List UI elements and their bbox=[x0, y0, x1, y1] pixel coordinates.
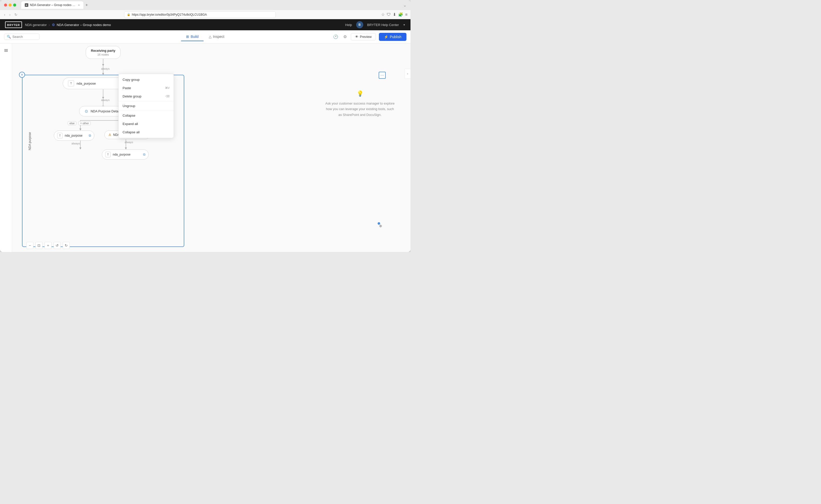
branch-labels: else = other bbox=[68, 121, 91, 125]
connector-always-2: always bbox=[101, 98, 110, 102]
group-menu-button[interactable]: ⋯ bbox=[379, 72, 386, 79]
menu-item-collapse-all[interactable]: Collapse all bbox=[118, 128, 174, 136]
user-avatar: B bbox=[356, 21, 363, 28]
menu-item-expand-all[interactable]: Expand all bbox=[118, 120, 174, 128]
nda-purpose-details-label: NDA Purpose Details bbox=[90, 109, 121, 113]
maximize-button[interactable] bbox=[13, 4, 16, 7]
group-close-button[interactable]: ✕ bbox=[19, 72, 25, 78]
canvas-svg bbox=[12, 43, 410, 252]
search-box[interactable]: 🔍 bbox=[4, 34, 39, 40]
canvas[interactable]: Receiving party 16 nodes always NDA purp… bbox=[12, 43, 410, 252]
tab-bar: B NDA Generator – Group nodes … ✕ + bbox=[21, 1, 401, 9]
history-icon[interactable]: 🕐 bbox=[332, 33, 339, 40]
address-bar[interactable]: 🔒 https://app.bryter.io/editor/0p34PyQ1T… bbox=[124, 11, 276, 18]
preview-label: Preview bbox=[360, 35, 372, 39]
menu-divider-1 bbox=[118, 101, 174, 101]
lock-icon: 🔒 bbox=[127, 13, 130, 16]
publish-label: Publish bbox=[390, 35, 401, 39]
right-panel-toggle[interactable]: › bbox=[404, 69, 410, 79]
shield-icon: 🛡 bbox=[387, 12, 391, 17]
editor-area: 🔍 ⊞ Build △ Inspect 🕐 ⚙ 👁 Preview bbox=[0, 30, 410, 252]
group-label: NDA purpose bbox=[28, 129, 32, 154]
breadcrumb: NDA generator › ⚙ NDA Generator – Group … bbox=[25, 23, 111, 27]
publish-button[interactable]: ⚡ Publish bbox=[379, 33, 406, 41]
editor-toolbar: 🔍 ⊞ Build △ Inspect 🕐 ⚙ 👁 Preview bbox=[0, 30, 410, 43]
user-dropdown-icon[interactable]: ▼ bbox=[403, 23, 405, 26]
settings-icon[interactable]: ⚙ bbox=[342, 33, 348, 40]
publish-icon: ⚡ bbox=[384, 35, 388, 39]
receiving-party-subtitle: 16 nodes bbox=[91, 53, 115, 56]
minimize-button[interactable] bbox=[9, 4, 12, 7]
nda-purpose-bottom-node[interactable]: T nda_purpose ⧉ bbox=[102, 149, 149, 160]
bookmark-icon[interactable]: ☆ bbox=[381, 12, 385, 17]
connector-always-3: always bbox=[71, 142, 80, 145]
breadcrumb-separator: › bbox=[49, 23, 50, 27]
menu-item-copy-group[interactable]: Copy group bbox=[118, 75, 174, 84]
traffic-lights bbox=[4, 4, 16, 7]
svg-marker-20 bbox=[125, 147, 127, 149]
branch-type-icon: T bbox=[57, 133, 63, 138]
receiving-party-label: Receiving party bbox=[91, 49, 115, 53]
asterisk-icon: ✱ bbox=[379, 224, 382, 229]
extensions-icon[interactable]: 🧩 bbox=[398, 12, 403, 17]
sidebar-list-icon[interactable] bbox=[2, 46, 10, 55]
tab-favicon: B bbox=[25, 3, 28, 7]
menu-divider-2 bbox=[118, 111, 174, 111]
window-controls: ⌄ bbox=[403, 3, 406, 8]
browser-tab[interactable]: B NDA Generator – Group nodes … ✕ bbox=[21, 1, 83, 9]
app-header: BRYTER NDA generator › ⚙ NDA Generator –… bbox=[0, 19, 410, 30]
settings-circle-icon: ⊙ bbox=[85, 109, 88, 114]
breadcrumb-parent[interactable]: NDA generator bbox=[25, 23, 47, 27]
new-tab-button[interactable]: + bbox=[85, 3, 88, 7]
nda-purpose-branch-node[interactable]: T nda_purpose ⧉ bbox=[54, 131, 94, 141]
bryter-logo: BRYTER bbox=[5, 21, 22, 28]
workflow-icon: ⚙ bbox=[52, 23, 55, 27]
back-button[interactable]: ‹ bbox=[3, 12, 6, 18]
url-text: https://app.bryter.io/editor/0p34PyQ1T4u… bbox=[132, 13, 273, 16]
fit-button[interactable]: ⊡ bbox=[35, 242, 42, 249]
tab-title: NDA Generator – Group nodes … bbox=[30, 3, 75, 7]
nda-purpose-bottom-label: nda_purpose bbox=[113, 153, 130, 156]
breadcrumb-current-text: NDA Generator – Group nodes demo bbox=[57, 23, 111, 27]
user-name-button[interactable]: BRYTER Help Center bbox=[367, 23, 399, 27]
menu-item-delete-group[interactable]: Delete group ⌫ bbox=[118, 92, 174, 100]
menu-item-collapse[interactable]: Collapse bbox=[118, 111, 174, 120]
download-icon[interactable]: ⬇ bbox=[393, 12, 396, 17]
nda-purpose-label: nda_purpose bbox=[77, 82, 96, 85]
left-sidebar bbox=[0, 30, 12, 252]
svg-marker-4 bbox=[102, 64, 104, 66]
breadcrumb-current: ⚙ NDA Generator – Group nodes demo bbox=[52, 23, 111, 27]
browser-toolbar: ‹ › ↻ 🔒 https://app.bryter.io/editor/0p3… bbox=[0, 10, 410, 19]
tab-build[interactable]: ⊞ Build bbox=[181, 33, 203, 41]
zoom-in-button[interactable]: + bbox=[44, 242, 52, 249]
svg-rect-2 bbox=[4, 51, 8, 52]
user-initial: B bbox=[358, 23, 361, 27]
undo-button[interactable]: ↺ bbox=[54, 242, 61, 249]
menu-icon[interactable]: ≡ bbox=[405, 12, 407, 17]
browser-titlebar: B NDA Generator – Group nodes … ✕ + ⌄ bbox=[0, 0, 410, 10]
svg-rect-0 bbox=[4, 49, 8, 50]
tab-build-label: Build bbox=[190, 35, 198, 39]
browser-toolbar-right: ☆ 🛡 ⬇ 🧩 ≡ bbox=[381, 12, 407, 17]
tab-close-button[interactable]: ✕ bbox=[78, 4, 80, 7]
context-menu: Copy group Paste ⌘V Delete group ⌫ Ungro… bbox=[118, 74, 174, 138]
menu-item-ungroup[interactable]: Ungroup bbox=[118, 102, 174, 110]
close-button[interactable] bbox=[4, 4, 7, 7]
help-button[interactable]: Help bbox=[345, 23, 352, 27]
search-input[interactable] bbox=[12, 35, 37, 39]
connector-always-4: always bbox=[125, 141, 133, 144]
delete-shortcut: ⌫ bbox=[165, 95, 169, 98]
nda-purpose-branch-label: nda_purpose bbox=[65, 134, 82, 137]
bottom-link-icon: ⧉ bbox=[143, 153, 145, 157]
text-icon: A bbox=[109, 133, 111, 137]
hint-text: Ask your customer success manager to exp… bbox=[325, 102, 395, 116]
svg-marker-18 bbox=[79, 147, 81, 149]
forward-button[interactable]: › bbox=[8, 12, 12, 18]
reload-button[interactable]: ↻ bbox=[13, 12, 18, 18]
other-label: = other bbox=[78, 121, 91, 125]
menu-item-paste[interactable]: Paste ⌘V bbox=[118, 84, 174, 92]
zoom-out-button[interactable]: − bbox=[26, 242, 33, 249]
redo-button[interactable]: ↻ bbox=[63, 242, 70, 249]
tab-inspect[interactable]: △ Inspect bbox=[204, 33, 230, 41]
preview-button[interactable]: 👁 Preview bbox=[351, 33, 376, 40]
